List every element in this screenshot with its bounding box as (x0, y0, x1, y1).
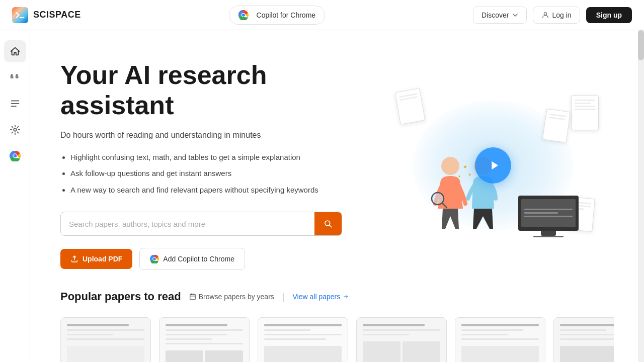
quote-icon (10, 72, 21, 83)
scrollbar-thumb[interactable] (638, 30, 644, 60)
play-button[interactable] (475, 147, 511, 184)
papers-grid (60, 317, 614, 362)
play-icon (487, 158, 501, 172)
popular-title: Popular papers to read (60, 290, 181, 303)
navbar: SCISPACE (0, 0, 644, 30)
search-button[interactable] (314, 212, 342, 235)
hero-illustration: ★ ★ ★ (377, 90, 609, 241)
paper-card[interactable] (455, 317, 545, 362)
paper-card[interactable] (356, 317, 447, 362)
scrollbar[interactable] (638, 30, 644, 362)
chrome-sidebar-icon (10, 150, 21, 161)
sidebar-item-cite[interactable] (4, 66, 26, 88)
bullet-3: A new way to search and find relevant pa… (70, 185, 372, 196)
svg-text:★: ★ (468, 172, 471, 177)
signup-label: Sign up (596, 11, 622, 19)
navbar-center: Copilot for Chrome (229, 6, 326, 25)
sidebar-item-ai[interactable] (4, 119, 26, 141)
hero-left: Your AI research assistant Do hours wort… (60, 60, 372, 270)
navbar-left: SCISPACE (12, 7, 81, 23)
svg-text:★: ★ (458, 174, 461, 178)
upload-pdf-button[interactable]: Upload PDF (60, 249, 132, 269)
svg-point-10 (13, 154, 17, 158)
browse-papers-link[interactable]: Browse papers by years (189, 293, 274, 301)
browse-papers-label: Browse papers by years (199, 293, 274, 301)
add-copilot-label: Add Copilot to Chrome (163, 255, 234, 263)
paper-card[interactable] (159, 317, 250, 362)
popular-papers-section: Popular papers to read Browse papers by … (30, 290, 644, 362)
hero-illustration-container: ★ ★ ★ (372, 85, 614, 246)
login-label: Log in (552, 11, 572, 19)
chevron-down-icon (512, 12, 518, 18)
discover-button[interactable]: Discover (473, 7, 526, 24)
paper-card[interactable] (553, 317, 614, 362)
chrome-add-icon (150, 254, 159, 263)
view-all-papers-link[interactable]: View all papers (293, 293, 349, 301)
logo-text: SCISPACE (33, 10, 81, 20)
svg-point-4 (544, 12, 546, 15)
search-input[interactable] (61, 213, 314, 235)
svg-point-3 (242, 14, 245, 17)
copilot-chrome-label: Copilot for Chrome (257, 11, 316, 19)
login-button[interactable]: Log in (533, 7, 580, 24)
paper-card[interactable] (60, 317, 151, 362)
upload-icon (70, 255, 78, 263)
ai-icon (10, 124, 21, 135)
bullet-1: Highlight confusing text, math, and tabl… (70, 152, 372, 163)
signup-button[interactable]: Sign up (586, 7, 632, 23)
svg-point-14 (153, 257, 156, 260)
chrome-logo-inline (238, 10, 249, 20)
popular-header: Popular papers to read Browse papers by … (60, 290, 614, 303)
action-buttons: Upload PDF Add Copilot to Chrome (60, 248, 372, 270)
discover-label: Discover (481, 11, 509, 19)
hero-title: Your AI research assistant (60, 60, 372, 121)
add-copilot-button[interactable]: Add Copilot to Chrome (139, 248, 245, 270)
copilot-chrome-button[interactable]: Copilot for Chrome (229, 6, 326, 25)
home-icon (10, 46, 21, 57)
hero-subtitle: Do hours worth of reading and understand… (60, 131, 372, 140)
bullet-2: Ask follow-up questions and get instant … (70, 168, 372, 179)
paper-card[interactable] (258, 317, 348, 362)
arrow-right-icon (343, 294, 349, 300)
list-icon (10, 98, 21, 109)
hero-section: Your AI research assistant Do hours wort… (30, 30, 644, 290)
search-icon (324, 219, 333, 228)
svg-line-12 (330, 225, 332, 227)
svg-point-8 (14, 128, 17, 131)
upload-pdf-label: Upload PDF (83, 255, 122, 263)
svg-text:★: ★ (463, 164, 467, 169)
main-content: Your AI research assistant Do hours wort… (30, 0, 644, 362)
sidebar-item-home[interactable] (4, 40, 26, 62)
sidebar-item-chrome[interactable] (4, 145, 26, 167)
sidebar (0, 30, 30, 362)
user-icon (541, 11, 549, 19)
navbar-right: Discover Log in Sign up (473, 7, 632, 24)
svg-rect-22 (190, 294, 195, 300)
separator: | (282, 292, 285, 302)
calendar-icon (189, 293, 196, 300)
search-row (60, 212, 342, 236)
sidebar-item-list[interactable] (4, 93, 26, 115)
logo-icon (12, 7, 28, 23)
svg-point-15 (441, 157, 459, 175)
view-all-label: View all papers (293, 293, 341, 301)
hero-bullets: Highlight confusing text, math, and tabl… (60, 152, 372, 196)
